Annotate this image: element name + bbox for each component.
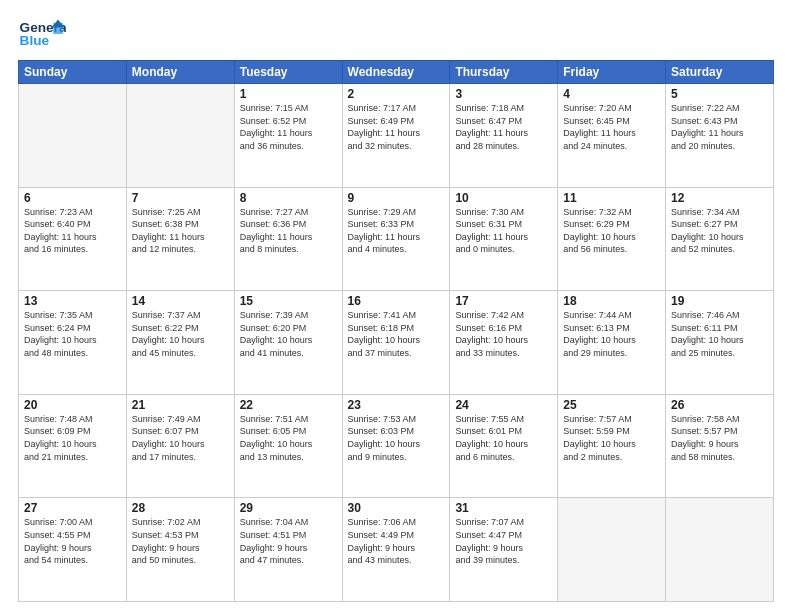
- weekday-header-saturday: Saturday: [666, 61, 774, 84]
- calendar-table: SundayMondayTuesdayWednesdayThursdayFrid…: [18, 60, 774, 602]
- weekday-header-monday: Monday: [126, 61, 234, 84]
- day-number: 7: [132, 191, 229, 205]
- week-row-5: 27Sunrise: 7:00 AM Sunset: 4:55 PM Dayli…: [19, 498, 774, 602]
- day-number: 24: [455, 398, 552, 412]
- calendar-cell: 7Sunrise: 7:25 AM Sunset: 6:38 PM Daylig…: [126, 187, 234, 291]
- day-info: Sunrise: 7:15 AM Sunset: 6:52 PM Dayligh…: [240, 102, 337, 152]
- calendar-cell: 2Sunrise: 7:17 AM Sunset: 6:49 PM Daylig…: [342, 84, 450, 188]
- calendar-cell: 16Sunrise: 7:41 AM Sunset: 6:18 PM Dayli…: [342, 291, 450, 395]
- day-number: 11: [563, 191, 660, 205]
- day-info: Sunrise: 7:02 AM Sunset: 4:53 PM Dayligh…: [132, 516, 229, 566]
- day-number: 25: [563, 398, 660, 412]
- day-number: 12: [671, 191, 768, 205]
- day-info: Sunrise: 7:48 AM Sunset: 6:09 PM Dayligh…: [24, 413, 121, 463]
- calendar-cell: [19, 84, 127, 188]
- day-info: Sunrise: 7:06 AM Sunset: 4:49 PM Dayligh…: [348, 516, 445, 566]
- day-number: 17: [455, 294, 552, 308]
- day-number: 19: [671, 294, 768, 308]
- calendar-cell: [666, 498, 774, 602]
- day-number: 15: [240, 294, 337, 308]
- weekday-header-tuesday: Tuesday: [234, 61, 342, 84]
- calendar-cell: 10Sunrise: 7:30 AM Sunset: 6:31 PM Dayli…: [450, 187, 558, 291]
- weekday-header-sunday: Sunday: [19, 61, 127, 84]
- day-info: Sunrise: 7:44 AM Sunset: 6:13 PM Dayligh…: [563, 309, 660, 359]
- day-info: Sunrise: 7:18 AM Sunset: 6:47 PM Dayligh…: [455, 102, 552, 152]
- week-row-2: 6Sunrise: 7:23 AM Sunset: 6:40 PM Daylig…: [19, 187, 774, 291]
- calendar-cell: 21Sunrise: 7:49 AM Sunset: 6:07 PM Dayli…: [126, 394, 234, 498]
- day-number: 4: [563, 87, 660, 101]
- calendar-cell: 23Sunrise: 7:53 AM Sunset: 6:03 PM Dayli…: [342, 394, 450, 498]
- day-info: Sunrise: 7:32 AM Sunset: 6:29 PM Dayligh…: [563, 206, 660, 256]
- day-info: Sunrise: 7:57 AM Sunset: 5:59 PM Dayligh…: [563, 413, 660, 463]
- day-number: 29: [240, 501, 337, 515]
- calendar-cell: [558, 498, 666, 602]
- calendar-cell: 14Sunrise: 7:37 AM Sunset: 6:22 PM Dayli…: [126, 291, 234, 395]
- day-number: 14: [132, 294, 229, 308]
- day-number: 28: [132, 501, 229, 515]
- day-number: 20: [24, 398, 121, 412]
- day-info: Sunrise: 7:34 AM Sunset: 6:27 PM Dayligh…: [671, 206, 768, 256]
- calendar-cell: 9Sunrise: 7:29 AM Sunset: 6:33 PM Daylig…: [342, 187, 450, 291]
- weekday-header-wednesday: Wednesday: [342, 61, 450, 84]
- day-info: Sunrise: 7:42 AM Sunset: 6:16 PM Dayligh…: [455, 309, 552, 359]
- day-info: Sunrise: 7:53 AM Sunset: 6:03 PM Dayligh…: [348, 413, 445, 463]
- calendar-cell: 24Sunrise: 7:55 AM Sunset: 6:01 PM Dayli…: [450, 394, 558, 498]
- page: General Blue SundayMondayTuesdayWednesda…: [0, 0, 792, 612]
- calendar-cell: 26Sunrise: 7:58 AM Sunset: 5:57 PM Dayli…: [666, 394, 774, 498]
- calendar-cell: 15Sunrise: 7:39 AM Sunset: 6:20 PM Dayli…: [234, 291, 342, 395]
- day-number: 6: [24, 191, 121, 205]
- day-info: Sunrise: 7:37 AM Sunset: 6:22 PM Dayligh…: [132, 309, 229, 359]
- day-number: 30: [348, 501, 445, 515]
- calendar-cell: 27Sunrise: 7:00 AM Sunset: 4:55 PM Dayli…: [19, 498, 127, 602]
- header: General Blue: [18, 16, 774, 52]
- day-info: Sunrise: 7:46 AM Sunset: 6:11 PM Dayligh…: [671, 309, 768, 359]
- day-number: 8: [240, 191, 337, 205]
- weekday-header-thursday: Thursday: [450, 61, 558, 84]
- week-row-4: 20Sunrise: 7:48 AM Sunset: 6:09 PM Dayli…: [19, 394, 774, 498]
- day-info: Sunrise: 7:41 AM Sunset: 6:18 PM Dayligh…: [348, 309, 445, 359]
- calendar-cell: 11Sunrise: 7:32 AM Sunset: 6:29 PM Dayli…: [558, 187, 666, 291]
- calendar-cell: 30Sunrise: 7:06 AM Sunset: 4:49 PM Dayli…: [342, 498, 450, 602]
- calendar-cell: 3Sunrise: 7:18 AM Sunset: 6:47 PM Daylig…: [450, 84, 558, 188]
- day-info: Sunrise: 7:04 AM Sunset: 4:51 PM Dayligh…: [240, 516, 337, 566]
- day-number: 10: [455, 191, 552, 205]
- weekday-header-row: SundayMondayTuesdayWednesdayThursdayFrid…: [19, 61, 774, 84]
- calendar-cell: 28Sunrise: 7:02 AM Sunset: 4:53 PM Dayli…: [126, 498, 234, 602]
- calendar-cell: 12Sunrise: 7:34 AM Sunset: 6:27 PM Dayli…: [666, 187, 774, 291]
- day-info: Sunrise: 7:00 AM Sunset: 4:55 PM Dayligh…: [24, 516, 121, 566]
- day-number: 1: [240, 87, 337, 101]
- weekday-header-friday: Friday: [558, 61, 666, 84]
- day-info: Sunrise: 7:17 AM Sunset: 6:49 PM Dayligh…: [348, 102, 445, 152]
- calendar-cell: 6Sunrise: 7:23 AM Sunset: 6:40 PM Daylig…: [19, 187, 127, 291]
- week-row-3: 13Sunrise: 7:35 AM Sunset: 6:24 PM Dayli…: [19, 291, 774, 395]
- day-info: Sunrise: 7:29 AM Sunset: 6:33 PM Dayligh…: [348, 206, 445, 256]
- day-info: Sunrise: 7:27 AM Sunset: 6:36 PM Dayligh…: [240, 206, 337, 256]
- day-number: 2: [348, 87, 445, 101]
- calendar-cell: 8Sunrise: 7:27 AM Sunset: 6:36 PM Daylig…: [234, 187, 342, 291]
- day-number: 18: [563, 294, 660, 308]
- day-info: Sunrise: 7:30 AM Sunset: 6:31 PM Dayligh…: [455, 206, 552, 256]
- day-number: 22: [240, 398, 337, 412]
- day-number: 5: [671, 87, 768, 101]
- calendar-cell: 4Sunrise: 7:20 AM Sunset: 6:45 PM Daylig…: [558, 84, 666, 188]
- day-info: Sunrise: 7:51 AM Sunset: 6:05 PM Dayligh…: [240, 413, 337, 463]
- day-number: 16: [348, 294, 445, 308]
- day-number: 9: [348, 191, 445, 205]
- svg-text:Blue: Blue: [20, 33, 50, 48]
- day-info: Sunrise: 7:20 AM Sunset: 6:45 PM Dayligh…: [563, 102, 660, 152]
- calendar-cell: 1Sunrise: 7:15 AM Sunset: 6:52 PM Daylig…: [234, 84, 342, 188]
- day-number: 27: [24, 501, 121, 515]
- day-info: Sunrise: 7:35 AM Sunset: 6:24 PM Dayligh…: [24, 309, 121, 359]
- day-info: Sunrise: 7:07 AM Sunset: 4:47 PM Dayligh…: [455, 516, 552, 566]
- day-info: Sunrise: 7:25 AM Sunset: 6:38 PM Dayligh…: [132, 206, 229, 256]
- logo-icon: General Blue: [18, 16, 66, 52]
- logo: General Blue: [18, 16, 66, 52]
- day-number: 23: [348, 398, 445, 412]
- day-info: Sunrise: 7:39 AM Sunset: 6:20 PM Dayligh…: [240, 309, 337, 359]
- day-info: Sunrise: 7:22 AM Sunset: 6:43 PM Dayligh…: [671, 102, 768, 152]
- calendar-cell: 29Sunrise: 7:04 AM Sunset: 4:51 PM Dayli…: [234, 498, 342, 602]
- calendar-cell: 25Sunrise: 7:57 AM Sunset: 5:59 PM Dayli…: [558, 394, 666, 498]
- calendar-cell: 22Sunrise: 7:51 AM Sunset: 6:05 PM Dayli…: [234, 394, 342, 498]
- calendar-cell: 20Sunrise: 7:48 AM Sunset: 6:09 PM Dayli…: [19, 394, 127, 498]
- calendar-cell: 31Sunrise: 7:07 AM Sunset: 4:47 PM Dayli…: [450, 498, 558, 602]
